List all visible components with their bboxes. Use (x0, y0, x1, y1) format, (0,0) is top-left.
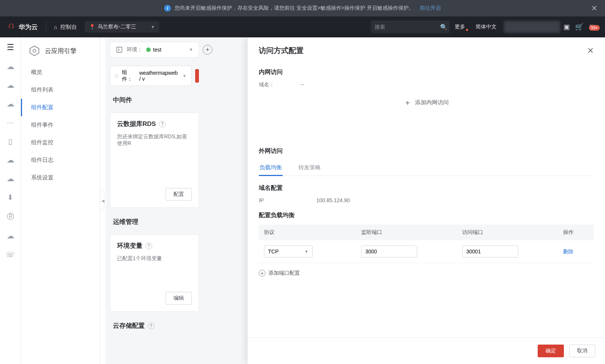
sidebar-item-logs[interactable]: 组件日志 (21, 151, 100, 169)
rail-support-icon[interactable]: ☏ (6, 250, 15, 259)
user-account-chip[interactable] (504, 21, 560, 33)
sidebar-item-settings[interactable]: 系统设置 (21, 169, 100, 186)
ip-label: IP (259, 197, 283, 203)
rds-card: 云数据库RDS? 您还未绑定云数据库RDS,如需使用R 配置 (110, 112, 199, 208)
mail-icon[interactable]: ✉99+ (586, 23, 598, 31)
confirm-button[interactable]: 确定 (538, 345, 564, 357)
col-access-port: 访问端口 (462, 229, 563, 236)
banner-message: 您尚未开启敏感操作保护，存在安全风险，请您前往 安全设置>敏感操作>操作保护 开… (175, 5, 414, 12)
delete-row-link[interactable]: 删除 (563, 249, 574, 255)
col-action: 操作 (563, 229, 589, 236)
svg-marker-0 (30, 46, 39, 56)
sidebar-collapse-handle: ◀ (100, 37, 105, 364)
protocol-select[interactable]: TCP ▼ (264, 246, 313, 257)
search-input[interactable] (375, 24, 440, 30)
rail-device-icon[interactable]: ▯ (8, 137, 12, 146)
mail-badge: 99+ (589, 25, 600, 31)
sidebar-nav: 概览 组件列表 组件配置 组件事件 组件监控 组件日志 系统设置 (21, 64, 100, 186)
access-port-input[interactable] (462, 246, 518, 257)
region-name: 乌兰察布-二零三 (98, 24, 136, 30)
cancel-button[interactable]: 取消 (569, 345, 595, 357)
alert-banner: i 您尚未开启敏感操作保护，存在安全风险，请您前往 安全设置>敏感操作>操作保护… (0, 0, 605, 16)
chevron-down-icon: ▼ (189, 47, 193, 52)
notification-dot-icon (466, 29, 468, 31)
sidebar-item-monitor[interactable]: 组件监控 (21, 134, 100, 151)
home-icon: ⌂ (54, 24, 57, 30)
add-environment-button[interactable]: + (203, 45, 212, 55)
environment-selector[interactable]: 环境： test ▼ (110, 42, 199, 58)
access-config-drawer: 访问方式配置 ✕ 内网访问 域名： -- ＋ 添加内网访问 外网访问 负载均衡 … (248, 37, 605, 364)
env-label: 环境： (127, 46, 142, 53)
top-nav: 华为云 ⌂ 控制台 📍 乌兰察布-二零三 ▼ 🔍 更多 简体中文 ▣ 🛒 ✉99… (0, 16, 605, 37)
region-selector[interactable]: 📍 乌兰察布-二零三 ▼ (85, 21, 159, 33)
banner-link[interactable]: 前往开启 (420, 5, 441, 12)
banner-close-icon[interactable]: ✕ (591, 4, 598, 13)
env-name: test (153, 47, 162, 53)
cart-icon[interactable]: 🛒 (573, 23, 586, 31)
domain-config-heading: 域名配置 (259, 184, 594, 192)
menu-toggle-icon[interactable]: ☰ (7, 43, 14, 52)
drawer-title: 访问方式配置 (259, 46, 304, 56)
svg-point-1 (33, 49, 36, 52)
envvar-edit-button[interactable]: 编辑 (166, 292, 192, 305)
rds-configure-button[interactable]: 配置 (166, 188, 192, 201)
listen-port-input[interactable] (361, 246, 417, 257)
envvar-card: 环境变量? 已配置1个环境变量 编辑 (110, 234, 199, 312)
col-protocol: 协议 (264, 229, 361, 236)
huawei-logo-icon (7, 22, 16, 31)
rail-cloud5-icon[interactable]: ☁ (7, 174, 14, 183)
chevron-down-icon: ▼ (151, 25, 155, 29)
global-search[interactable]: 🔍 (371, 21, 449, 33)
lb-row: TCP ▼ 删除 (259, 240, 594, 263)
sidebar-item-list[interactable]: 组件列表 (21, 81, 100, 99)
env-icon (116, 46, 123, 53)
sidebar-item-events[interactable]: 组件事件 (21, 116, 100, 134)
domain-label: 域名： (259, 81, 283, 88)
drawer-close-icon[interactable]: ✕ (587, 46, 594, 56)
envvar-desc: 已配置1个环境变量 (117, 255, 192, 262)
sidebar-item-config[interactable]: 组件配置 (21, 99, 100, 116)
rail-cloud6-icon[interactable]: ☁ (7, 231, 14, 240)
pin-icon: 📍 (89, 24, 95, 30)
brand-logo[interactable]: 华为云 (0, 22, 44, 31)
tab-load-balance[interactable]: 负载均衡 (259, 160, 283, 176)
search-icon[interactable]: 🔍 (440, 24, 448, 31)
help-icon[interactable]: ? (145, 243, 152, 249)
drawer-footer: 确定 取消 (248, 337, 605, 364)
left-rail: ☰ ☁ ☁ ☁ ⋯ ▯ ☁ ☁ ⬇ ⓟ ☁ ☏ (0, 37, 21, 364)
add-inner-access-button[interactable]: ＋ 添加内网访问 (259, 99, 594, 106)
app-engine-icon (28, 45, 40, 57)
component-selector[interactable]: 组件： weathermapweb / v ▼ (110, 66, 191, 86)
rail-dots-icon[interactable]: ⋯ (7, 118, 14, 127)
nav-divider (46, 22, 46, 32)
add-port-config-button[interactable]: + 添加端口配置 (259, 270, 594, 277)
radio-icon (115, 74, 118, 78)
language-selector[interactable]: 简体中文 (470, 24, 502, 30)
rail-download-icon[interactable]: ⬇ (7, 193, 13, 202)
help-icon[interactable]: ? (148, 323, 154, 329)
rail-cloud-icon[interactable]: ☁ (7, 62, 14, 71)
rail-p-icon[interactable]: ⓟ (7, 212, 14, 222)
help-icon[interactable]: ? (159, 121, 166, 127)
info-icon: i (164, 5, 171, 12)
action-button-fragment[interactable] (195, 69, 199, 83)
collapse-toggle[interactable]: ◀ (101, 190, 104, 211)
sidebar: 云应用引擎 概览 组件列表 组件配置 组件事件 组件监控 组件日志 系统设置 (21, 37, 100, 364)
tab-forward-policy[interactable]: 转发策略 (298, 160, 322, 176)
console-link[interactable]: ⌂ 控制台 (48, 24, 83, 31)
protocol-value: TCP (268, 249, 279, 255)
lb-table: 协议 监听端口 访问端口 操作 TCP ▼ (259, 225, 594, 263)
rail-cloud2-icon[interactable]: ☁ (7, 81, 14, 90)
console-label: 控制台 (60, 24, 77, 31)
rail-cloud4-icon[interactable]: ☁ (7, 155, 14, 164)
col-listen-port: 监听端口 (361, 229, 462, 236)
rds-title: 云数据库RDS (117, 120, 156, 128)
sidebar-item-overview[interactable]: 概览 (21, 64, 100, 81)
rail-cloud3-icon[interactable]: ☁ (7, 99, 14, 108)
sidebar-title: 云应用引擎 (45, 47, 77, 55)
more-menu[interactable]: 更多 (449, 24, 470, 30)
plus-circle-icon: + (259, 270, 265, 277)
screen-icon[interactable]: ▣ (560, 23, 573, 31)
domain-value: -- (301, 81, 304, 88)
brand-name: 华为云 (19, 23, 38, 31)
